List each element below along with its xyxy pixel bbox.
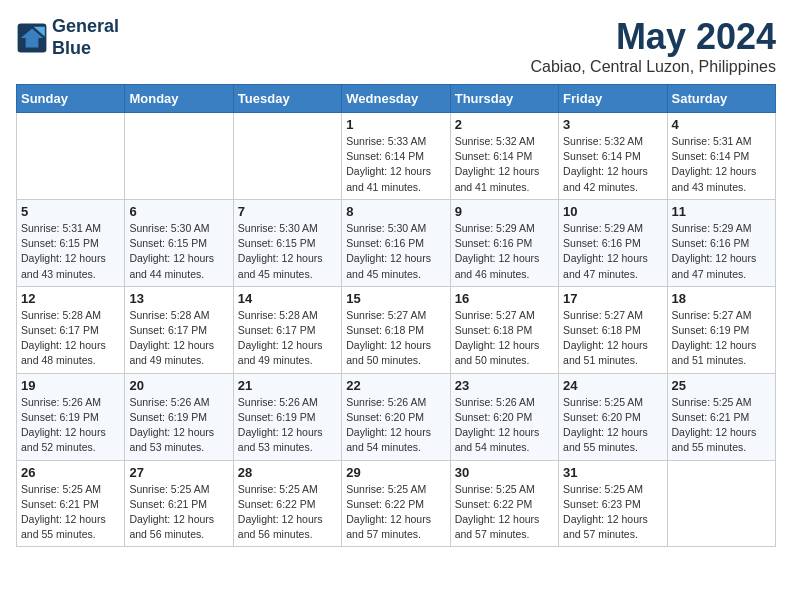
day-number: 24 [563, 378, 662, 393]
day-number: 2 [455, 117, 554, 132]
day-cell: 19Sunrise: 5:26 AMSunset: 6:19 PMDayligh… [17, 373, 125, 460]
weekday-header-wednesday: Wednesday [342, 85, 450, 113]
day-cell: 23Sunrise: 5:26 AMSunset: 6:20 PMDayligh… [450, 373, 558, 460]
weekday-header-friday: Friday [559, 85, 667, 113]
day-number: 8 [346, 204, 445, 219]
day-cell [233, 113, 341, 200]
calendar-header: SundayMondayTuesdayWednesdayThursdayFrid… [17, 85, 776, 113]
day-info: Sunrise: 5:29 AMSunset: 6:16 PMDaylight:… [563, 221, 662, 282]
day-cell: 15Sunrise: 5:27 AMSunset: 6:18 PMDayligh… [342, 286, 450, 373]
day-number: 13 [129, 291, 228, 306]
day-cell: 20Sunrise: 5:26 AMSunset: 6:19 PMDayligh… [125, 373, 233, 460]
weekday-header-sunday: Sunday [17, 85, 125, 113]
day-info: Sunrise: 5:25 AMSunset: 6:21 PMDaylight:… [672, 395, 771, 456]
day-cell: 9Sunrise: 5:29 AMSunset: 6:16 PMDaylight… [450, 199, 558, 286]
logo-text: General Blue [52, 16, 119, 59]
day-info: Sunrise: 5:28 AMSunset: 6:17 PMDaylight:… [21, 308, 120, 369]
calendar-body: 1Sunrise: 5:33 AMSunset: 6:14 PMDaylight… [17, 113, 776, 547]
day-number: 6 [129, 204, 228, 219]
day-info: Sunrise: 5:28 AMSunset: 6:17 PMDaylight:… [238, 308, 337, 369]
calendar-table: SundayMondayTuesdayWednesdayThursdayFrid… [16, 84, 776, 547]
header: General Blue May 2024 Cabiao, Central Lu… [16, 16, 776, 76]
day-number: 15 [346, 291, 445, 306]
day-cell: 21Sunrise: 5:26 AMSunset: 6:19 PMDayligh… [233, 373, 341, 460]
day-cell: 30Sunrise: 5:25 AMSunset: 6:22 PMDayligh… [450, 460, 558, 547]
day-info: Sunrise: 5:26 AMSunset: 6:19 PMDaylight:… [129, 395, 228, 456]
weekday-header-saturday: Saturday [667, 85, 775, 113]
day-number: 31 [563, 465, 662, 480]
day-info: Sunrise: 5:25 AMSunset: 6:21 PMDaylight:… [129, 482, 228, 543]
day-cell: 18Sunrise: 5:27 AMSunset: 6:19 PMDayligh… [667, 286, 775, 373]
day-cell: 3Sunrise: 5:32 AMSunset: 6:14 PMDaylight… [559, 113, 667, 200]
day-cell: 22Sunrise: 5:26 AMSunset: 6:20 PMDayligh… [342, 373, 450, 460]
day-info: Sunrise: 5:26 AMSunset: 6:20 PMDaylight:… [346, 395, 445, 456]
day-info: Sunrise: 5:25 AMSunset: 6:22 PMDaylight:… [346, 482, 445, 543]
main-title: May 2024 [531, 16, 776, 58]
day-info: Sunrise: 5:25 AMSunset: 6:22 PMDaylight:… [455, 482, 554, 543]
day-cell: 29Sunrise: 5:25 AMSunset: 6:22 PMDayligh… [342, 460, 450, 547]
day-info: Sunrise: 5:27 AMSunset: 6:18 PMDaylight:… [455, 308, 554, 369]
day-cell: 28Sunrise: 5:25 AMSunset: 6:22 PMDayligh… [233, 460, 341, 547]
day-cell: 10Sunrise: 5:29 AMSunset: 6:16 PMDayligh… [559, 199, 667, 286]
day-cell: 11Sunrise: 5:29 AMSunset: 6:16 PMDayligh… [667, 199, 775, 286]
weekday-header-thursday: Thursday [450, 85, 558, 113]
day-number: 20 [129, 378, 228, 393]
day-info: Sunrise: 5:25 AMSunset: 6:20 PMDaylight:… [563, 395, 662, 456]
day-number: 3 [563, 117, 662, 132]
day-number: 25 [672, 378, 771, 393]
day-info: Sunrise: 5:25 AMSunset: 6:22 PMDaylight:… [238, 482, 337, 543]
day-cell [17, 113, 125, 200]
header-row: SundayMondayTuesdayWednesdayThursdayFrid… [17, 85, 776, 113]
day-info: Sunrise: 5:30 AMSunset: 6:15 PMDaylight:… [129, 221, 228, 282]
day-info: Sunrise: 5:30 AMSunset: 6:16 PMDaylight:… [346, 221, 445, 282]
week-row-1: 1Sunrise: 5:33 AMSunset: 6:14 PMDaylight… [17, 113, 776, 200]
day-cell: 16Sunrise: 5:27 AMSunset: 6:18 PMDayligh… [450, 286, 558, 373]
day-number: 10 [563, 204, 662, 219]
day-cell: 14Sunrise: 5:28 AMSunset: 6:17 PMDayligh… [233, 286, 341, 373]
day-number: 29 [346, 465, 445, 480]
day-info: Sunrise: 5:32 AMSunset: 6:14 PMDaylight:… [455, 134, 554, 195]
day-info: Sunrise: 5:25 AMSunset: 6:21 PMDaylight:… [21, 482, 120, 543]
day-number: 27 [129, 465, 228, 480]
day-number: 19 [21, 378, 120, 393]
day-info: Sunrise: 5:26 AMSunset: 6:20 PMDaylight:… [455, 395, 554, 456]
week-row-4: 19Sunrise: 5:26 AMSunset: 6:19 PMDayligh… [17, 373, 776, 460]
day-cell: 17Sunrise: 5:27 AMSunset: 6:18 PMDayligh… [559, 286, 667, 373]
title-area: May 2024 Cabiao, Central Luzon, Philippi… [531, 16, 776, 76]
day-number: 22 [346, 378, 445, 393]
day-number: 14 [238, 291, 337, 306]
day-number: 23 [455, 378, 554, 393]
day-number: 18 [672, 291, 771, 306]
day-info: Sunrise: 5:31 AMSunset: 6:15 PMDaylight:… [21, 221, 120, 282]
day-number: 21 [238, 378, 337, 393]
day-info: Sunrise: 5:33 AMSunset: 6:14 PMDaylight:… [346, 134, 445, 195]
weekday-header-monday: Monday [125, 85, 233, 113]
day-info: Sunrise: 5:25 AMSunset: 6:23 PMDaylight:… [563, 482, 662, 543]
day-cell [125, 113, 233, 200]
day-cell: 8Sunrise: 5:30 AMSunset: 6:16 PMDaylight… [342, 199, 450, 286]
day-info: Sunrise: 5:26 AMSunset: 6:19 PMDaylight:… [21, 395, 120, 456]
week-row-3: 12Sunrise: 5:28 AMSunset: 6:17 PMDayligh… [17, 286, 776, 373]
week-row-2: 5Sunrise: 5:31 AMSunset: 6:15 PMDaylight… [17, 199, 776, 286]
day-cell: 2Sunrise: 5:32 AMSunset: 6:14 PMDaylight… [450, 113, 558, 200]
day-cell: 7Sunrise: 5:30 AMSunset: 6:15 PMDaylight… [233, 199, 341, 286]
day-cell: 13Sunrise: 5:28 AMSunset: 6:17 PMDayligh… [125, 286, 233, 373]
day-number: 7 [238, 204, 337, 219]
logo: General Blue [16, 16, 119, 59]
day-info: Sunrise: 5:26 AMSunset: 6:19 PMDaylight:… [238, 395, 337, 456]
day-number: 16 [455, 291, 554, 306]
day-number: 30 [455, 465, 554, 480]
day-cell [667, 460, 775, 547]
day-number: 17 [563, 291, 662, 306]
logo-icon [16, 22, 48, 54]
day-number: 1 [346, 117, 445, 132]
subtitle: Cabiao, Central Luzon, Philippines [531, 58, 776, 76]
day-number: 9 [455, 204, 554, 219]
weekday-header-tuesday: Tuesday [233, 85, 341, 113]
day-number: 11 [672, 204, 771, 219]
day-cell: 31Sunrise: 5:25 AMSunset: 6:23 PMDayligh… [559, 460, 667, 547]
day-info: Sunrise: 5:28 AMSunset: 6:17 PMDaylight:… [129, 308, 228, 369]
day-info: Sunrise: 5:27 AMSunset: 6:18 PMDaylight:… [346, 308, 445, 369]
day-number: 12 [21, 291, 120, 306]
day-number: 26 [21, 465, 120, 480]
